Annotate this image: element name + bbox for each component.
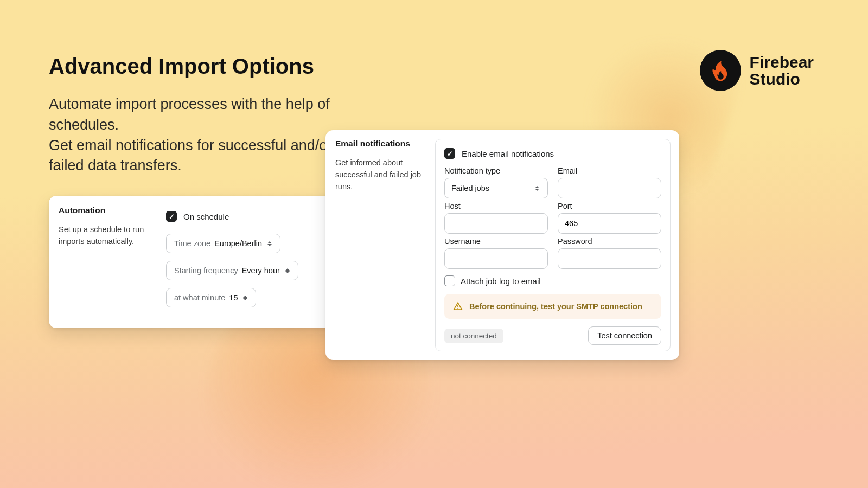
- host-input[interactable]: [451, 219, 541, 228]
- minute-select[interactable]: at what minute 15: [166, 288, 256, 307]
- chevron-updown-icon: [266, 241, 273, 246]
- frequency-value: Every hour: [242, 266, 280, 275]
- brand-line2: Studio: [750, 70, 814, 88]
- on-schedule-label: On schedule: [183, 212, 229, 221]
- automation-card: Automation Set up a schedule to run impo…: [49, 196, 355, 328]
- notification-type-value: Failed jobs: [451, 184, 489, 192]
- notification-type-select[interactable]: Failed jobs: [444, 178, 548, 198]
- email-description: Get informed about successful and failed…: [335, 157, 426, 192]
- smtp-warning-text: Before continuing, test your SMTP connec…: [469, 302, 642, 311]
- username-input[interactable]: [451, 254, 541, 263]
- chevron-updown-icon: [533, 186, 541, 191]
- password-input[interactable]: [565, 254, 654, 263]
- firebear-logo-icon: [700, 50, 741, 91]
- smtp-warning-banner: Before continuing, test your SMTP connec…: [444, 294, 661, 319]
- warning-icon: [453, 301, 463, 311]
- page-description: Automate import processes with the help …: [49, 94, 342, 176]
- automation-description: Set up a schedule to run imports automat…: [59, 224, 148, 248]
- email-input[interactable]: [565, 184, 654, 192]
- brand: Firebear Studio: [700, 50, 814, 91]
- attach-log-label: Attach job log to email: [461, 277, 541, 286]
- password-label: Password: [558, 237, 661, 246]
- connection-status-pill: not connected: [444, 329, 503, 343]
- frequency-select[interactable]: Starting frequency Every hour: [166, 261, 298, 280]
- email-notifications-card: Email notifications Get informed about s…: [326, 130, 679, 360]
- minute-prefix: at what minute: [174, 293, 225, 302]
- minute-value: 15: [229, 293, 238, 302]
- test-connection-button[interactable]: Test connection: [588, 326, 661, 345]
- timezone-prefix: Time zone: [174, 239, 210, 248]
- page-description-line2: Get email notifications for successful a…: [49, 136, 342, 177]
- email-heading: Email notifications: [335, 139, 426, 149]
- timezone-select[interactable]: Time zone Europe/Berlin: [166, 234, 280, 253]
- brand-text: Firebear Studio: [750, 54, 814, 88]
- chevron-updown-icon: [241, 296, 249, 300]
- svg-point-1: [457, 308, 458, 309]
- automation-heading: Automation: [59, 206, 148, 215]
- notification-type-label: Notification type: [444, 166, 548, 175]
- page-title: Advanced Import Options: [49, 54, 314, 79]
- brand-line1: Firebear: [750, 54, 814, 71]
- frequency-prefix: Starting frequency: [174, 266, 238, 275]
- page-description-line1: Automate import processes with the help …: [49, 94, 342, 136]
- port-label: Port: [558, 202, 661, 210]
- enable-email-checkbox[interactable]: [444, 148, 455, 159]
- port-input[interactable]: [565, 219, 654, 228]
- attach-log-checkbox[interactable]: [444, 275, 455, 286]
- on-schedule-checkbox[interactable]: [166, 211, 177, 222]
- username-label: Username: [444, 237, 548, 246]
- enable-email-label: Enable email notifications: [462, 149, 554, 158]
- email-field-label: Email: [558, 166, 661, 175]
- timezone-value: Europe/Berlin: [214, 239, 262, 248]
- chevron-updown-icon: [284, 268, 291, 273]
- host-label: Host: [444, 202, 548, 210]
